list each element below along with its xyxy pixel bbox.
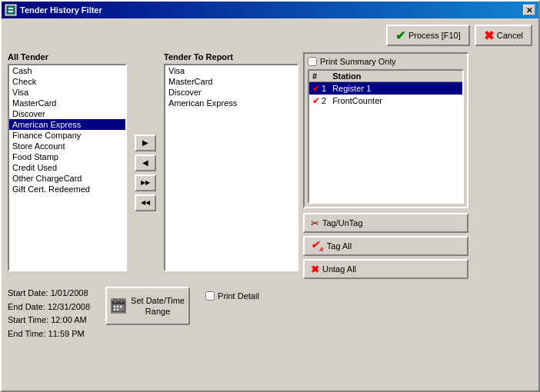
station-name-cell: Register 1 bbox=[329, 82, 462, 95]
svg-rect-0 bbox=[7, 6, 15, 14]
svg-rect-1 bbox=[8, 8, 13, 9]
set-date-button[interactable]: Set Date/TimeRange bbox=[105, 287, 190, 325]
tender-to-report-panel: Tender To Report Visa MasterCard Discove… bbox=[164, 52, 298, 279]
svg-rect-9 bbox=[120, 306, 122, 307]
list-item[interactable]: American Express bbox=[165, 98, 297, 108]
list-item[interactable]: Discover bbox=[9, 108, 125, 119]
station-check-cell: ✔ 2 bbox=[309, 95, 329, 107]
print-detail-checkbox[interactable] bbox=[205, 291, 215, 301]
all-tender-listbox[interactable]: Cash Check Visa MasterCard Discover Amer… bbox=[8, 64, 127, 271]
svg-rect-10 bbox=[114, 309, 115, 311]
list-item[interactable]: Visa bbox=[9, 87, 125, 98]
transfer-right-button[interactable]: ▶ bbox=[135, 135, 156, 151]
action-buttons: ✂ Tag/UnTag ✔A Tag All ✖ Untag All bbox=[303, 213, 468, 279]
svg-rect-7 bbox=[114, 306, 115, 307]
col-station: Station bbox=[329, 71, 462, 82]
station-row[interactable]: ✔ 1 Register 1 bbox=[309, 82, 462, 95]
list-item[interactable]: Store Account bbox=[9, 141, 125, 151]
tender-to-report-label: Tender To Report bbox=[164, 52, 298, 61]
tag-untag-icon: ✂ bbox=[311, 218, 319, 229]
tag-untag-button[interactable]: ✂ Tag/UnTag bbox=[303, 213, 468, 233]
station-table: # Station ✔ 1 bbox=[309, 71, 462, 107]
print-summary-row: Print Summary Only bbox=[308, 57, 464, 66]
print-summary-label: Print Summary Only bbox=[320, 57, 395, 66]
untag-all-button[interactable]: ✖ Untag All bbox=[303, 259, 468, 279]
x-icon: ✖ bbox=[484, 28, 494, 43]
svg-rect-4 bbox=[112, 301, 125, 304]
print-detail-label: Print Detail bbox=[218, 291, 259, 301]
station-row[interactable]: ✔ 2 FrontCounter bbox=[309, 95, 462, 107]
process-button[interactable]: ✔ Process [F10] bbox=[386, 25, 470, 46]
list-item[interactable]: Cash bbox=[9, 65, 125, 76]
right-panel: Print Summary Only # Station bbox=[303, 52, 468, 279]
start-date-row: Start Date: 1/01/2008 bbox=[8, 287, 90, 301]
tag-all-icon: ✔A bbox=[311, 239, 324, 253]
list-item[interactable]: Discover bbox=[165, 87, 297, 98]
start-time-row: Start Time: 12:00 AM bbox=[8, 314, 90, 327]
all-tender-panel: All Tender Cash Check Visa MasterCard Di… bbox=[8, 52, 127, 279]
list-item[interactable]: Other ChargeCard bbox=[9, 173, 125, 184]
all-tender-label: All Tender bbox=[8, 52, 127, 61]
end-time-row: End Time: 11:59 PM bbox=[8, 327, 90, 341]
untag-all-icon: ✖ bbox=[311, 264, 319, 275]
list-item[interactable]: Credit Used bbox=[9, 162, 125, 173]
list-item[interactable]: Finance Company bbox=[9, 130, 125, 141]
svg-rect-11 bbox=[117, 309, 118, 311]
list-item-selected[interactable]: American Express bbox=[9, 119, 125, 130]
calendar-icon bbox=[111, 298, 126, 314]
tender-to-report-listbox[interactable]: Visa MasterCard Discover American Expres… bbox=[164, 64, 298, 271]
check-icon: ✔ bbox=[312, 95, 320, 106]
list-item[interactable]: Visa bbox=[165, 65, 297, 76]
svg-rect-5 bbox=[115, 300, 116, 303]
transfer-left-button[interactable]: ◀ bbox=[135, 154, 156, 171]
transfer-all-right-button[interactable]: ▶▶ bbox=[135, 174, 156, 191]
transfer-buttons-panel: ▶ ◀ ▶▶ ◀◀ bbox=[132, 66, 159, 279]
tag-all-button[interactable]: ✔A Tag All bbox=[303, 236, 468, 256]
transfer-all-left-button[interactable]: ◀◀ bbox=[135, 194, 156, 211]
close-button[interactable]: ✕ bbox=[523, 5, 535, 15]
svg-rect-2 bbox=[8, 11, 13, 12]
date-info: Start Date: 1/01/2008 End Date: 12/31/20… bbox=[8, 287, 90, 341]
window-title: Tender History Filter bbox=[20, 5, 102, 15]
svg-rect-8 bbox=[117, 306, 118, 307]
list-item[interactable]: Food Stamp bbox=[9, 151, 125, 162]
station-name-cell: FrontCounter bbox=[329, 95, 462, 107]
list-item[interactable]: MasterCard bbox=[165, 76, 297, 87]
list-item[interactable]: Check bbox=[9, 76, 125, 87]
bottom-row: Start Date: 1/01/2008 End Date: 12/31/20… bbox=[8, 287, 532, 341]
print-summary-checkbox[interactable] bbox=[308, 57, 317, 66]
station-check-cell: ✔ 1 bbox=[309, 82, 329, 95]
check-icon: ✔ bbox=[312, 83, 320, 94]
title-bar: Tender History Filter ✕ bbox=[2, 2, 538, 18]
end-date-row: End Date: 12/31/2008 bbox=[8, 301, 90, 314]
list-item[interactable]: MasterCard bbox=[9, 98, 125, 108]
svg-rect-6 bbox=[121, 300, 122, 303]
cancel-button[interactable]: ✖ Cancel bbox=[475, 25, 532, 46]
col-hash: # bbox=[309, 71, 329, 82]
checkmark-icon: ✔ bbox=[395, 28, 405, 43]
list-item[interactable]: Gift Cert. Redeemed bbox=[9, 184, 125, 194]
main-area: All Tender Cash Check Visa MasterCard Di… bbox=[8, 52, 532, 279]
print-detail-row: Print Detail bbox=[205, 291, 259, 301]
top-toolbar: ✔ Process [F10] ✖ Cancel bbox=[8, 25, 532, 46]
window-icon bbox=[5, 4, 17, 16]
set-date-label: Set Date/TimeRange bbox=[131, 295, 185, 317]
main-window: Tender History Filter ✕ ✔ Process [F10] … bbox=[0, 0, 540, 392]
